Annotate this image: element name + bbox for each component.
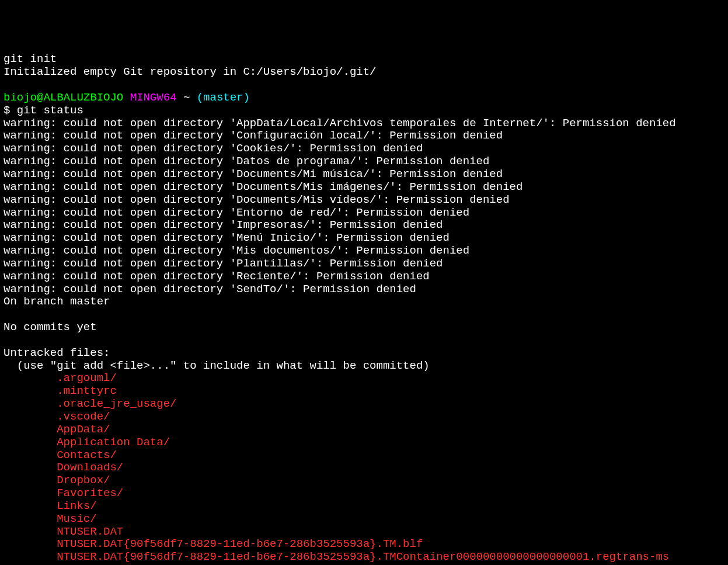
prompt-path: ~ [183, 91, 190, 104]
untracked-file: .minttyrc [4, 384, 117, 397]
prompt-env: MINGW64 [130, 91, 177, 104]
untracked-file: Application Data/ [4, 436, 170, 449]
untracked-file: .vscode/ [4, 410, 110, 423]
no-commits: No commits yet [4, 321, 97, 334]
untracked-file: .oracle_jre_usage/ [4, 397, 176, 410]
untracked-file: Contacts/ [4, 449, 117, 462]
cmd-git-init: git init [4, 53, 57, 65]
untracked-file: AppData/ [4, 423, 110, 436]
untracked-file: NTUSER.DAT{90f56df7-8829-11ed-b6e7-286b3… [4, 538, 423, 550]
terminal-output[interactable]: git init Initialized empty Git repositor… [4, 53, 724, 565]
untracked-file: Dropbox/ [4, 474, 110, 487]
prompt-dollar: $ [4, 104, 17, 117]
cmd-git-status: git status [17, 104, 83, 117]
init-output: Initialized empty Git repository in C:/U… [4, 65, 377, 78]
untracked-file: NTUSER.DAT [4, 525, 123, 538]
on-branch: On branch master [4, 295, 110, 308]
untracked-file: Downloads/ [4, 461, 123, 474]
untracked-header: Untracked files: [4, 346, 110, 359]
warning-lines: warning: could not open directory 'AppDa… [4, 117, 676, 296]
untracked-file: .argouml/ [4, 372, 117, 384]
prompt-branch: (master) [197, 91, 250, 104]
untracked-file: Favorites/ [4, 487, 123, 500]
untracked-file: NTUSER.DAT{90f56df7-8829-11ed-b6e7-286b3… [4, 550, 669, 563]
prompt-user: biojo@ALBALUZBIOJO [4, 91, 123, 104]
untracked-hint: (use "git add <file>..." to include in w… [4, 359, 430, 372]
untracked-file: Music/ [4, 512, 97, 525]
untracked-file-list: .argouml/ .minttyrc .oracle_jre_usage/ .… [4, 372, 669, 565]
untracked-file: Links/ [4, 500, 97, 512]
